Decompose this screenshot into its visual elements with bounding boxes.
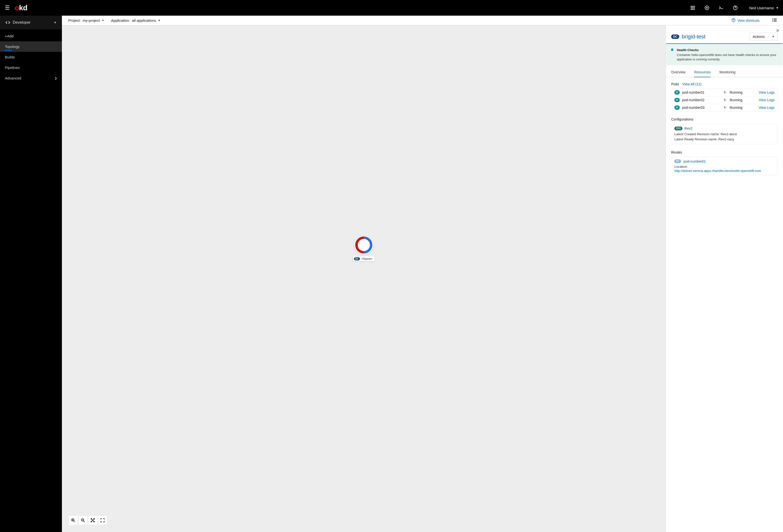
tab-label: Monitoring <box>719 70 735 74</box>
badge-route: RT <box>675 159 681 163</box>
health-check-alert: Health Checks Container hello-openshift8… <box>666 44 783 65</box>
sidebar-item-pipelines[interactable]: Pipelines <box>0 62 62 73</box>
svg-rect-3 <box>691 7 692 8</box>
zoom-out-button[interactable] <box>79 516 87 525</box>
zoom-in-button[interactable] <box>69 516 77 525</box>
view-logs-link[interactable]: View Logs <box>759 106 775 109</box>
user-menu[interactable]: Ned Username ▼ <box>749 6 779 10</box>
fullscreen-button[interactable] <box>98 516 107 525</box>
brand-kd: kd <box>19 4 27 12</box>
route-name-link[interactable]: pod-number01 <box>683 159 706 163</box>
svg-rect-4 <box>692 7 693 8</box>
pod-status: Running <box>730 98 756 102</box>
caret-down-icon: ▼ <box>54 21 57 24</box>
svg-rect-8 <box>694 9 695 10</box>
pod-row: P pod-number02 ↻ Running View Logs <box>671 96 777 104</box>
sidebar-item-label: Topology <box>5 44 20 48</box>
node-name: <Name> <box>362 257 373 261</box>
sidebar-item-add[interactable]: +Add <box>0 31 62 41</box>
tab-overview[interactable]: Overview <box>671 67 685 77</box>
config-name-link[interactable]: Rev2 <box>684 126 692 130</box>
badge-pod: P <box>675 98 680 102</box>
sidebar-item-builds[interactable]: Builds <box>0 52 62 62</box>
badge-dc: DC <box>671 34 679 39</box>
view-logs-link[interactable]: View Logs <box>759 91 775 94</box>
fit-view-button[interactable] <box>88 516 97 525</box>
pod-name[interactable]: pod-number01 <box>682 91 721 94</box>
pod-row: P pod-number01 ↻ Running View Logs <box>671 89 777 96</box>
terminal-icon[interactable] <box>719 6 723 10</box>
sidebar-item-label: Advanced <box>5 76 21 80</box>
sidebar-item-topology[interactable]: Topology <box>0 41 62 52</box>
brand-logo[interactable]: okd <box>15 4 27 12</box>
actions-label: Actions <box>753 34 765 39</box>
actions-dropdown[interactable]: Actions ▼ <box>750 33 778 40</box>
application-dropdown[interactable]: Application: all applications ▼ <box>111 18 160 23</box>
pods-section: Pods View All (11) P pod-number01 ↻ Runn… <box>671 82 778 111</box>
tabs: Overview Resources Monitoring <box>666 67 783 77</box>
shortcuts-label: View shortcuts <box>737 19 759 23</box>
caret-down-icon: ▼ <box>102 19 104 22</box>
view-all-pods-link[interactable]: View All (11) <box>683 82 701 86</box>
perspective-switcher[interactable]: Developer ▼ <box>0 15 62 29</box>
svg-rect-6 <box>691 9 692 10</box>
application-value: all applications <box>132 18 156 23</box>
sidebar-item-advanced[interactable]: Advanced ❯ <box>0 73 62 84</box>
config-line: Latest Ready Revision name: Rev2-xazy <box>675 137 775 142</box>
toolbar: Project: my-project ▼ Application: all a… <box>62 15 783 26</box>
pod-name[interactable]: pod-number03 <box>682 106 721 109</box>
route-location-label: Location: <box>675 165 775 168</box>
svg-rect-2 <box>694 6 695 7</box>
apps-grid-icon[interactable] <box>690 6 695 10</box>
sidebar-item-label: Pipelines <box>5 66 20 70</box>
config-line: Latest Created Revision name: Rev2-abcd <box>675 132 775 137</box>
pod-name[interactable]: pod-number02 <box>682 98 721 102</box>
close-icon[interactable]: ✕ <box>776 28 780 33</box>
svg-rect-0 <box>691 6 692 7</box>
code-icon <box>5 20 10 25</box>
project-dropdown[interactable]: Project: my-project ▼ <box>68 18 104 23</box>
brand-o: o <box>15 4 19 12</box>
pod-row: P pod-number03 ↻ Running View Logs <box>671 104 777 111</box>
tab-label: Resources <box>694 70 711 74</box>
add-icon[interactable] <box>705 6 709 10</box>
alert-text: Container hello-openshift8 does not have… <box>677 53 778 62</box>
node-label: DC <Name> <box>353 257 374 261</box>
pod-status: Running <box>730 106 756 109</box>
routes-section: Routes RT pod-number01 Location: http://… <box>671 151 778 175</box>
main: Project: my-project ▼ Application: all a… <box>62 15 783 532</box>
badge-dc: DC <box>354 257 360 260</box>
route-box: RT pod-number01 Location: http://dotnet-… <box>671 157 778 175</box>
topology-canvas[interactable]: DC <Name> <box>62 26 665 532</box>
panel-title[interactable]: brigid-test <box>682 33 747 40</box>
pod-list: P pod-number01 ↻ Running View Logs P pod… <box>671 89 778 111</box>
project-label: Project: <box>68 18 81 23</box>
view-logs-link[interactable]: View Logs <box>759 98 775 102</box>
routes-title: Routes <box>671 151 682 154</box>
route-url-link[interactable]: http://dotnet-serena.apps.rhamilto.devcl… <box>675 169 775 173</box>
svg-rect-12 <box>721 8 723 9</box>
caret-down-icon: ▼ <box>776 6 779 9</box>
view-shortcuts-link[interactable]: View shortcuts <box>731 18 759 23</box>
hamburger-icon[interactable]: ☰ <box>4 5 10 11</box>
sidebar-item-label: +Add <box>5 34 13 38</box>
caret-down-icon: ▼ <box>772 35 775 38</box>
zoom-controls <box>69 516 107 525</box>
svg-point-19 <box>773 20 773 20</box>
svg-rect-7 <box>692 9 693 10</box>
help-icon[interactable] <box>733 6 738 10</box>
list-view-toggle[interactable] <box>772 18 777 23</box>
badge-pod: P <box>675 105 680 110</box>
panel-divider <box>666 43 783 44</box>
chevron-right-icon: ❯ <box>55 76 57 80</box>
node-donut <box>354 235 373 255</box>
bell-icon <box>670 48 674 62</box>
tab-monitoring[interactable]: Monitoring <box>719 67 735 77</box>
topology-node[interactable]: DC <Name> <box>353 235 374 261</box>
badge-pod: P <box>675 90 680 95</box>
tab-resources[interactable]: Resources <box>694 67 711 77</box>
svg-line-24 <box>74 521 75 522</box>
config-box: CFG Rev2 Latest Created Revision name: R… <box>671 124 778 144</box>
badge-cfg: CFG <box>675 127 683 130</box>
tab-label: Overview <box>671 70 685 74</box>
